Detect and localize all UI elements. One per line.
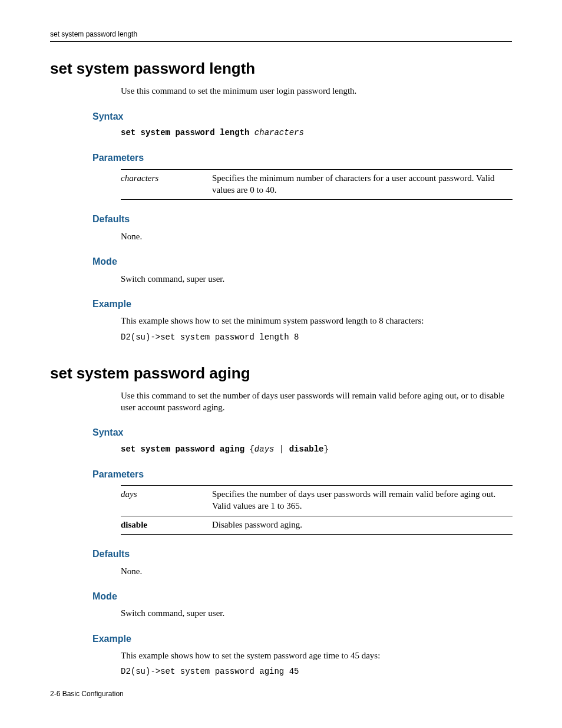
example-heading: Example [92, 633, 512, 645]
defaults-text: None. [121, 230, 512, 242]
table-row: characters Specifies the minimum number … [121, 169, 513, 200]
param-desc: Specifies the minimum number of characte… [212, 169, 513, 200]
syntax-heading: Syntax [92, 426, 512, 439]
page: set system password length set system pa… [0, 0, 562, 728]
parameters-table: characters Specifies the minimum number … [121, 169, 513, 200]
mode-heading: Mode [92, 590, 512, 603]
param-desc: Disables password aging. [212, 516, 513, 534]
example-heading: Example [92, 298, 512, 311]
section-title: set system password aging [50, 363, 512, 384]
parameters-heading: Parameters [92, 468, 512, 481]
table-row: disable Disables password aging. [121, 516, 513, 534]
defaults-text: None. [121, 565, 512, 577]
syntax-cmd: set system password length [121, 128, 249, 137]
syntax-line: set system password length characters [121, 127, 512, 139]
example-code: D2(su)->set system password length 8 [121, 332, 512, 343]
table-row: days Specifies the number of days user p… [121, 486, 513, 516]
parameters-heading: Parameters [92, 151, 512, 164]
example-code: D2(su)->set system password aging 45 [121, 666, 512, 677]
mode-text: Switch command, super user. [121, 607, 512, 619]
syntax-arg: days [254, 444, 275, 454]
syntax-line: set system password aging {days | disabl… [121, 444, 512, 455]
example-intro: This example shows how to set the minimu… [121, 315, 512, 327]
param-name: days [121, 489, 137, 499]
param-desc: Specifies the number of days user passwo… [212, 486, 513, 516]
defaults-heading: Defaults [92, 548, 512, 561]
syntax-cmd: set system password aging [121, 444, 244, 454]
running-head: set system password length [50, 29, 512, 42]
syntax-arg: characters [254, 128, 304, 137]
defaults-heading: Defaults [92, 213, 512, 226]
mode-text: Switch command, super user. [121, 273, 512, 285]
intro-text: Use this command to set the minimum user… [121, 85, 512, 97]
example-intro: This example shows how to set the system… [121, 650, 512, 661]
param-name: disable [121, 520, 147, 529]
param-name: characters [121, 173, 158, 183]
intro-text: Use this command to set the number of da… [121, 390, 512, 414]
section-title: set system password length [50, 58, 512, 79]
page-footer: 2-6 Basic Configuration [50, 689, 124, 699]
mode-heading: Mode [92, 255, 512, 268]
parameters-table: days Specifies the number of days user p… [121, 485, 513, 535]
syntax-heading: Syntax [92, 110, 512, 123]
syntax-kw: disable [289, 444, 324, 454]
